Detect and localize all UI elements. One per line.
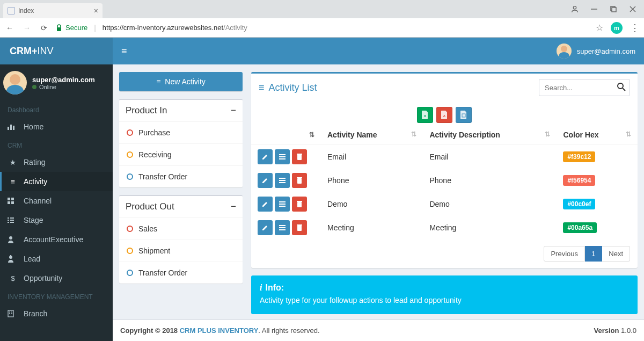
- details-button[interactable]: [275, 173, 290, 188]
- tree-item[interactable]: Transfer Order: [119, 262, 243, 284]
- collapse-icon[interactable]: −: [231, 105, 236, 116]
- sidebar-item-branch[interactable]: Branch: [0, 304, 113, 323]
- col-name[interactable]: Activity Name: [327, 130, 377, 139]
- svg-rect-7: [8, 127, 9, 130]
- delete-button[interactable]: [292, 173, 307, 188]
- back-icon[interactable]: ←: [4, 24, 15, 32]
- svg-rect-44: [279, 204, 286, 205]
- svg-line-29: [623, 88, 625, 91]
- svg-rect-23: [8, 310, 13, 317]
- sidebar-item-opportunity[interactable]: $Opportunity: [0, 269, 113, 288]
- pager-page-1[interactable]: 1: [585, 246, 602, 262]
- user-chrome-icon[interactable]: [570, 4, 580, 14]
- product-in-box: Product In− PurchaseReceivingTransfer Or…: [119, 99, 243, 187]
- grid-icon: [8, 198, 18, 204]
- user-icon: [8, 236, 18, 243]
- address-bar: ← → ⟳ Secure | https://crm-inventory.azu…: [0, 18, 644, 38]
- edit-button[interactable]: [258, 220, 273, 235]
- close-icon[interactable]: ×: [94, 6, 98, 15]
- right-column: ≡Activity List x A: [251, 72, 638, 341]
- delete-button[interactable]: [292, 197, 307, 212]
- svg-rect-16: [8, 220, 9, 221]
- tree-item[interactable]: Shipment: [119, 240, 243, 262]
- edit-button[interactable]: [258, 197, 273, 212]
- sidebar-item-rating[interactable]: ★Rating: [0, 153, 113, 172]
- reload-icon[interactable]: ⟳: [39, 24, 49, 32]
- new-activity-button[interactable]: ≡New Activity: [119, 72, 243, 91]
- svg-rect-51: [297, 226, 302, 231]
- sort-icon[interactable]: ⇅: [545, 130, 550, 138]
- svg-rect-39: [279, 180, 286, 181]
- svg-text:x: x: [424, 114, 426, 118]
- search-input[interactable]: [539, 79, 630, 96]
- bookmark-icon[interactable]: ☆: [596, 23, 603, 33]
- tab-title: Index: [18, 7, 34, 14]
- edit-button[interactable]: [258, 149, 273, 164]
- col-desc[interactable]: Activity Description: [429, 130, 500, 139]
- brand[interactable]: CRM+INV: [0, 38, 113, 64]
- window-close-icon[interactable]: [628, 4, 638, 14]
- kebab-menu-icon[interactable]: ⋮: [630, 22, 640, 34]
- sidebar-item-lead[interactable]: Lead: [0, 249, 113, 269]
- browser-tab-strip: Index ×: [0, 0, 644, 18]
- details-button[interactable]: [275, 220, 290, 235]
- delete-button[interactable]: [292, 149, 307, 164]
- details-button[interactable]: [275, 149, 290, 164]
- collapse-icon[interactable]: −: [231, 201, 236, 212]
- tasks-icon: [8, 217, 18, 223]
- sort-icon[interactable]: ⇅: [411, 130, 416, 138]
- sidebar-item-channel[interactable]: Channel: [0, 191, 113, 211]
- svg-rect-13: [11, 201, 14, 204]
- cell-name: Meeting: [321, 216, 423, 240]
- sort-icon[interactable]: ⇅: [626, 130, 631, 138]
- svg-rect-41: [297, 178, 302, 184]
- svg-rect-15: [10, 217, 14, 219]
- details-button[interactable]: [275, 197, 290, 212]
- minimize-icon[interactable]: [589, 4, 599, 14]
- pager-prev[interactable]: Previous: [544, 246, 585, 262]
- edit-button[interactable]: [258, 173, 273, 188]
- col-hex[interactable]: Color Hex: [563, 130, 598, 139]
- svg-rect-52: [297, 224, 302, 226]
- tree-item[interactable]: Purchase: [119, 122, 243, 143]
- topbar-user[interactable]: super@admin.com: [577, 47, 635, 55]
- hex-badge: #f39c12: [563, 151, 595, 162]
- section-crm: CRM: [0, 136, 113, 153]
- svg-rect-3: [612, 8, 616, 12]
- product-out-title: Product Out: [126, 201, 174, 212]
- svg-rect-11: [11, 198, 14, 200]
- hamburger-icon[interactable]: ≡: [121, 46, 127, 57]
- url[interactable]: https://crm-inventory.azurewebsites.net/…: [103, 24, 247, 32]
- sort-icon[interactable]: ⇅: [309, 131, 314, 139]
- topbar-avatar[interactable]: [557, 43, 572, 59]
- browser-tab[interactable]: Index ×: [3, 3, 103, 18]
- footer-brand[interactable]: CRM PLUS INVENTORY: [180, 327, 259, 335]
- maximize-icon[interactable]: [609, 4, 618, 14]
- svg-rect-22: [10, 255, 11, 256]
- profile-chip[interactable]: m: [611, 22, 623, 34]
- sidebar-item-activity[interactable]: ≡Activity: [0, 172, 113, 191]
- user-status: Online: [32, 84, 95, 90]
- svg-rect-50: [279, 229, 286, 230]
- list-icon: ≡: [8, 178, 18, 186]
- tree-item[interactable]: Receiving: [119, 143, 243, 165]
- svg-rect-37: [297, 154, 302, 155]
- search-icon[interactable]: [617, 83, 626, 91]
- sidebar-item-home[interactable]: Home: [0, 117, 113, 136]
- sidebar-item-stage[interactable]: Stage: [0, 211, 113, 230]
- hex-badge: #f56954: [563, 175, 595, 186]
- pager-next[interactable]: Next: [602, 246, 630, 262]
- tree-item[interactable]: Sales: [119, 218, 243, 240]
- delete-button[interactable]: [292, 220, 307, 235]
- export-pdf-button[interactable]: A: [436, 107, 452, 123]
- svg-rect-46: [297, 202, 302, 207]
- tree-item[interactable]: Transfer Order: [119, 165, 243, 187]
- export-csv-button[interactable]: [456, 107, 472, 123]
- export-excel-button[interactable]: x: [417, 107, 433, 123]
- activity-list-panel: ≡Activity List x A: [251, 72, 638, 268]
- table-row: EmailEmail#f39c12: [251, 145, 638, 169]
- sidebar-item-account-exec[interactable]: AccountExecutive: [0, 230, 113, 249]
- forward-icon[interactable]: →: [21, 24, 32, 32]
- circle-icon: [127, 151, 133, 158]
- cell-desc: Demo: [423, 192, 557, 216]
